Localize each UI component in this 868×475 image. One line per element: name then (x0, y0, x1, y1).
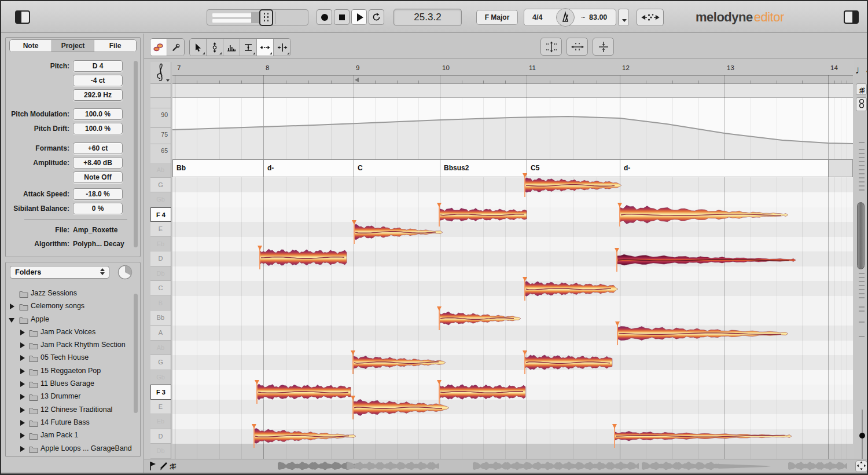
toggle-left-panel-icon[interactable] (15, 10, 30, 24)
pitch-drift-field[interactable]: 100.0 % (73, 123, 123, 134)
folder-item[interactable]: 13 Drummer (6, 390, 133, 403)
pitch-ruler-cell[interactable]: Ab (150, 163, 171, 178)
bar-timeline[interactable]: 7891011121314 (172, 62, 853, 75)
quantize-time-macro-button[interactable] (567, 38, 588, 56)
chord-track[interactable]: Bbd-CBbsus2C5d- (172, 159, 853, 177)
note-assignment-tool-button[interactable] (167, 39, 184, 56)
vertical-zoom-knob[interactable] (859, 433, 865, 439)
sharp-pair-icon[interactable]: ♯♯ (170, 461, 174, 471)
editor-canvas[interactable]: 907565 AbGGbF 4EEbDDbCBBbAAbGGbF 3EEbDDb… (150, 62, 853, 459)
scale-snap-icon[interactable]: ♯♯ (856, 83, 867, 95)
disclosure-triangle[interactable] (20, 433, 25, 439)
disclosure-triangle[interactable] (20, 394, 25, 400)
chord-cell[interactable]: C5 (527, 159, 620, 177)
timeline-tick-strip[interactable] (172, 75, 853, 84)
folder-item[interactable]: Apple Loops ... GarageBand (6, 442, 133, 455)
playhead-marker[interactable] (355, 78, 359, 82)
pencil-icon[interactable] (159, 461, 168, 473)
record-button[interactable] (317, 9, 332, 25)
pitch-ruler-cell[interactable]: Ab (150, 341, 171, 356)
pitch-ruler[interactable]: AbGGbF 4EEbDDbCBBbAAbGGbF 3EEbDDb (150, 163, 171, 459)
flag-icon[interactable] (149, 461, 157, 473)
pitch-ruler-cell[interactable]: A (150, 326, 171, 341)
folder-item[interactable]: Jam Pack 1 (6, 429, 133, 441)
pitch-ruler-cell[interactable]: B (150, 296, 171, 311)
tempo-ruler[interactable]: 907565 (150, 98, 171, 163)
chord-cell[interactable]: d- (620, 159, 828, 177)
folder-item[interactable]: Jam Pack Voices (6, 326, 133, 338)
slider-handle[interactable] (259, 9, 273, 26)
pie-meter-icon[interactable] (117, 265, 133, 282)
pitch-cents-field[interactable]: -4 ct (73, 75, 123, 86)
scroll-zoom-slider[interactable] (207, 9, 308, 25)
disclosure-triangle[interactable] (20, 407, 25, 413)
minimap-visible-range-thumb[interactable] (857, 202, 865, 269)
pitch-ruler-cell[interactable]: C (150, 281, 171, 296)
pitch-ruler-cell[interactable]: G (150, 355, 171, 370)
pitch-modulation-field[interactable]: 100.0 % (73, 108, 123, 120)
disclosure-triangle[interactable] (20, 368, 25, 374)
tempo-dropdown-button[interactable] (618, 9, 629, 26)
note-assignment-mode-button[interactable] (637, 9, 664, 26)
pitch-drift-tool[interactable] (240, 39, 257, 56)
tab-file[interactable]: File (94, 40, 136, 52)
pitch-tool[interactable] (207, 39, 223, 56)
time-signature-value[interactable]: 4/4 (532, 13, 542, 21)
stop-button[interactable] (334, 9, 350, 25)
time-signature-tempo-group[interactable]: 4/4 ~ 83.00 (524, 9, 616, 26)
folder-item[interactable]: 11 Blues Garage (6, 377, 133, 390)
folder-item[interactable]: Jam Pack Rhythm Section (6, 338, 133, 351)
disclosure-triangle[interactable] (20, 330, 25, 335)
pitch-note-field[interactable]: D 4 (73, 60, 123, 72)
tab-note[interactable]: Note (10, 40, 52, 52)
disclosure-triangle[interactable] (20, 342, 25, 348)
pitch-ruler-cell[interactable]: Eb (150, 237, 171, 252)
play-button[interactable] (351, 9, 367, 25)
folder-item[interactable]: Celemony songs (6, 299, 133, 312)
pitch-ruler-cell[interactable]: E (150, 400, 171, 415)
clef-selector[interactable] (150, 62, 171, 84)
overview-waveform-blob[interactable] (642, 462, 719, 470)
disclosure-triangle[interactable] (20, 420, 25, 426)
loop-button[interactable] (369, 9, 384, 25)
overview-waveform-blob[interactable] (347, 462, 439, 470)
chord-cell[interactable] (828, 159, 853, 177)
toggle-right-panel-icon[interactable] (844, 10, 859, 24)
correct-pitch-macro-button[interactable] (540, 38, 562, 56)
folder-item[interactable]: 05 Tech House (6, 351, 133, 364)
pitch-ruler-cell[interactable]: E (150, 222, 171, 237)
song-position-display[interactable]: 25.3.2 (393, 9, 462, 26)
folder-item[interactable]: Jazz Sessions (6, 287, 133, 299)
quarter-note-icon[interactable]: ♩▾ (855, 64, 867, 76)
overview-waveform-blob[interactable] (788, 462, 847, 470)
chord-cell[interactable]: Bb (172, 159, 263, 177)
pitch-hz-field[interactable]: 292.9 Hz (73, 89, 123, 101)
level-macro-button[interactable] (593, 38, 614, 56)
timing-tool[interactable] (257, 39, 274, 56)
chord-cell[interactable]: Bbsus2 (440, 159, 527, 177)
pitch-ruler-cell[interactable]: G (150, 178, 171, 193)
overview-selection[interactable] (278, 462, 355, 470)
pitch-ruler-cell[interactable]: Gb (150, 370, 171, 385)
disclosure-triangle[interactable] (20, 381, 25, 387)
chord-cell[interactable]: d- (263, 159, 354, 177)
disclosure-triangle[interactable] (10, 304, 14, 309)
main-tool-pointer[interactable] (190, 39, 207, 56)
browser-scrollbar[interactable] (134, 294, 138, 413)
disclosure-triangle[interactable] (20, 446, 25, 452)
formants-field[interactable]: +60 ct (73, 142, 123, 154)
disclosure-triangle[interactable] (9, 318, 14, 323)
edit-blobs-mode-button[interactable] (150, 39, 167, 56)
amplitude-field[interactable]: +8.40 dB (73, 157, 123, 169)
attack-speed-field[interactable]: -18.0 % (73, 188, 123, 200)
note-off-button[interactable]: Note Off (73, 171, 123, 183)
tab-project[interactable]: Project (52, 40, 94, 52)
note-separation-tool[interactable] (274, 39, 290, 56)
pitch-ruler-cell[interactable]: D (150, 251, 171, 266)
pitch-ruler-cell[interactable]: Db (150, 444, 171, 459)
scale-icon[interactable] (856, 97, 867, 111)
pitch-modulation-tool[interactable] (223, 39, 240, 56)
pitch-ruler-cell[interactable]: F 4 (150, 207, 171, 222)
pitch-ruler-cell[interactable]: F 3 (150, 385, 171, 400)
overview-waveform-blob[interactable] (473, 462, 639, 470)
